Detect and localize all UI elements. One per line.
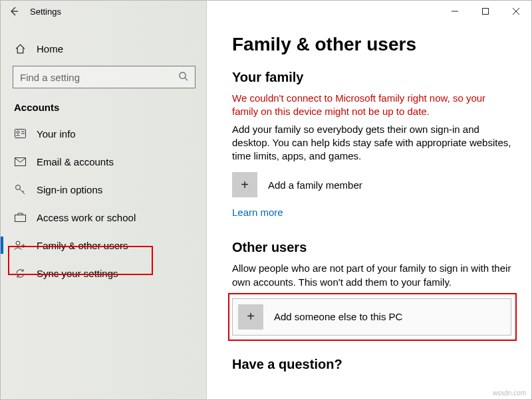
plus-icon: + (238, 304, 263, 330)
window-controls (440, 1, 531, 22)
close-icon (513, 8, 519, 15)
nav-signin-options[interactable]: Sign-in options (1, 175, 206, 203)
nav-label: Email & accounts (37, 156, 114, 167)
svg-point-11 (15, 185, 20, 189)
search-placeholder: Find a setting (20, 72, 178, 83)
maximize-button[interactable] (470, 1, 501, 22)
mail-icon (14, 155, 26, 167)
add-other-user-button[interactable]: + Add someone else to this PC (232, 298, 511, 336)
user-card-icon (14, 128, 26, 140)
home-label: Home (37, 43, 63, 54)
close-button[interactable] (501, 1, 531, 22)
watermark: wsxdn.com (493, 389, 526, 397)
window-title: Settings (27, 7, 61, 17)
svg-line-5 (185, 78, 188, 80)
sync-icon (14, 267, 26, 279)
nav-sync-settings[interactable]: Sync your settings (1, 259, 206, 287)
people-plus-icon (14, 239, 26, 251)
selection-indicator (1, 237, 3, 254)
nav-label: Sign-in options (37, 184, 102, 195)
family-error-text: We couldn't connect to Microsoft family … (232, 92, 511, 119)
minimize-button[interactable] (440, 1, 470, 22)
nav-label: Access work or school (37, 212, 136, 223)
svg-point-15 (16, 241, 20, 245)
add-other-label: Add someone else to this PC (274, 311, 402, 322)
svg-line-13 (23, 191, 24, 192)
svg-line-12 (19, 189, 25, 194)
briefcase-icon (14, 211, 26, 223)
minimize-icon (452, 8, 458, 15)
learn-more-link[interactable]: Learn more (232, 207, 283, 218)
other-users-heading: Other users (232, 240, 515, 255)
other-users-description: Allow people who are not part of your fa… (232, 262, 511, 289)
family-description: Add your family so everybody gets their … (232, 123, 511, 163)
search-icon (178, 71, 188, 83)
home-nav[interactable]: Home (1, 35, 206, 62)
page-title: Family & other users (232, 34, 515, 55)
titlebar: Settings (1, 1, 531, 22)
section-heading: Accounts (1, 98, 206, 120)
back-arrow-icon (9, 6, 19, 17)
have-question-heading: Have a question? (232, 357, 515, 372)
svg-rect-14 (15, 215, 25, 222)
add-family-label: Add a family member (268, 179, 362, 191)
search-input[interactable]: Find a setting (13, 66, 196, 88)
sidebar: Home Find a setting Accounts Your info E… (1, 1, 207, 399)
nav-label: Your info (37, 128, 76, 140)
plus-icon: + (232, 172, 257, 197)
back-button[interactable] (1, 1, 27, 22)
nav-access-work-school[interactable]: Access work or school (1, 203, 206, 231)
nav-label: Sync your settings (37, 268, 118, 279)
family-heading: Your family (232, 70, 515, 85)
content-pane: Family & other users Your family We coul… (207, 1, 531, 399)
home-icon (14, 43, 26, 54)
add-family-member-button[interactable]: + Add a family member (232, 172, 515, 197)
nav-email-accounts[interactable]: Email & accounts (1, 148, 206, 175)
maximize-icon (482, 8, 489, 15)
svg-rect-1 (483, 9, 489, 15)
svg-point-4 (180, 72, 186, 78)
nav-family-other-users[interactable]: Family & other users (1, 231, 206, 259)
key-icon (14, 183, 26, 195)
nav-label: Family & other users (37, 240, 128, 251)
nav-your-info[interactable]: Your info (1, 120, 206, 148)
svg-point-7 (17, 131, 19, 134)
